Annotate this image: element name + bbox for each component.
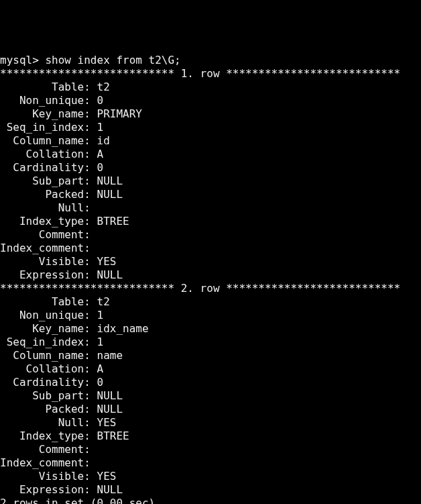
summary-line: 2 rows in set (0.00 sec) bbox=[0, 497, 155, 504]
prompt-line: mysql> show index from t2\G; bbox=[0, 54, 181, 66]
terminal-screen[interactable]: mysql> show index from t2\G; ***********… bbox=[0, 54, 421, 504]
prompt: mysql> bbox=[0, 54, 45, 66]
command: show index from t2\G; bbox=[45, 54, 180, 66]
result-rows: *************************** 1. row *****… bbox=[0, 67, 400, 496]
